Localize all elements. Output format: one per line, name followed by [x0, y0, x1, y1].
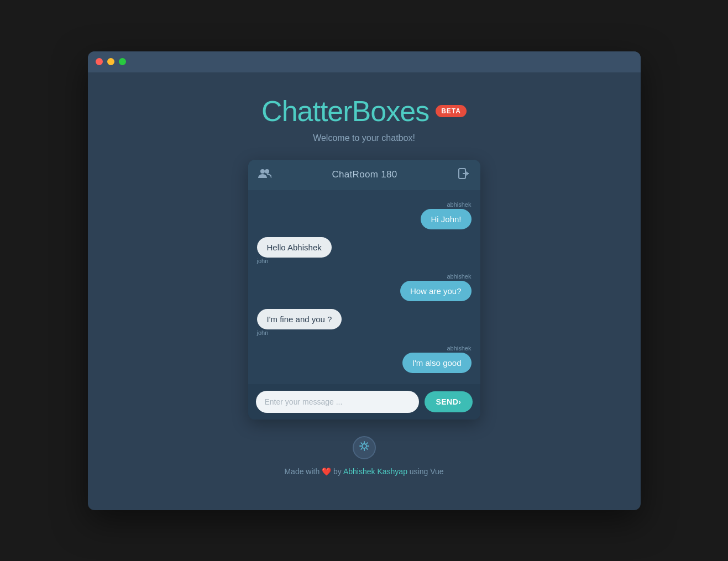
message-bubble: Hello Abhishek	[257, 237, 332, 258]
message-bubble-wrap: Hello Abhishek john	[257, 237, 332, 265]
sender-name: abhishek	[447, 201, 471, 208]
message-row: I'm fine and you ? john	[257, 309, 472, 337]
theme-toggle-button[interactable]	[353, 436, 376, 459]
message-bubble: I'm also good	[402, 353, 472, 373]
message-bubble: Hi John!	[421, 209, 471, 229]
svg-point-4	[362, 444, 366, 448]
app-content: ChatterBoxes BETA Welcome to your chatbo…	[88, 72, 641, 510]
svg-point-1	[265, 169, 269, 174]
app-header: ChatterBoxes BETA Welcome to your chatbo…	[261, 95, 467, 143]
sender-name: john	[257, 329, 269, 336]
app-title: ChatterBoxes	[261, 95, 429, 128]
message-bubble-wrap: I'm fine and you ? john	[257, 309, 342, 337]
svg-line-10	[366, 448, 367, 449]
message-bubble-wrap: abhishek I'm also good	[402, 345, 472, 373]
traffic-lights	[96, 58, 126, 65]
sender-name: abhishek	[447, 345, 471, 352]
send-button[interactable]: SEND›	[425, 391, 472, 412]
message-row: abhishek How are you?	[257, 273, 472, 301]
made-with-label: Made with	[284, 467, 320, 476]
svg-line-12	[361, 448, 362, 449]
maximize-button[interactable]	[119, 58, 126, 65]
sender-name: john	[257, 258, 269, 264]
heart-icon: ❤️	[322, 467, 333, 476]
author-link[interactable]: Abhishek Kashyap	[343, 467, 407, 476]
app-window: ChatterBoxes BETA Welcome to your chatbo…	[88, 51, 641, 510]
app-title-row: ChatterBoxes BETA	[261, 95, 467, 128]
message-bubble: I'm fine and you ?	[257, 309, 342, 329]
message-row: abhishek I'm also good	[257, 345, 472, 373]
beta-badge: BETA	[436, 105, 467, 117]
leave-icon[interactable]	[458, 167, 470, 182]
message-row: Hello Abhishek john	[257, 237, 472, 265]
footer-text: Made with ❤️ by Abhishek Kashyap using V…	[284, 467, 443, 476]
message-input[interactable]	[256, 391, 420, 413]
titlebar	[88, 51, 641, 72]
svg-point-0	[260, 169, 265, 174]
message-bubble: How are you?	[400, 281, 472, 301]
chatbox: ChatRoom 180 abhishek Hi John!	[248, 160, 480, 420]
sender-name: abhishek	[447, 273, 471, 280]
message-row: abhishek Hi John!	[257, 201, 472, 229]
close-button[interactable]	[96, 58, 103, 65]
message-bubble-wrap: abhishek How are you?	[400, 273, 472, 301]
svg-line-11	[366, 443, 367, 443]
chatbox-header: ChatRoom 180	[248, 160, 480, 190]
group-icon	[258, 168, 271, 182]
minimize-button[interactable]	[107, 58, 114, 65]
chatbox-input-area: SEND›	[248, 384, 480, 420]
footer: Made with ❤️ by Abhishek Kashyap using V…	[284, 436, 443, 476]
app-subtitle: Welcome to your chatbox!	[261, 133, 467, 143]
by-label: by	[333, 467, 342, 476]
messages-area: abhishek Hi John! Hello Abhishek john ab…	[248, 190, 480, 384]
message-bubble-wrap: abhishek Hi John!	[421, 201, 471, 229]
using-label: using Vue	[410, 467, 444, 476]
sun-icon	[359, 441, 369, 454]
svg-line-9	[361, 443, 362, 443]
chatroom-title: ChatRoom 180	[332, 169, 397, 180]
